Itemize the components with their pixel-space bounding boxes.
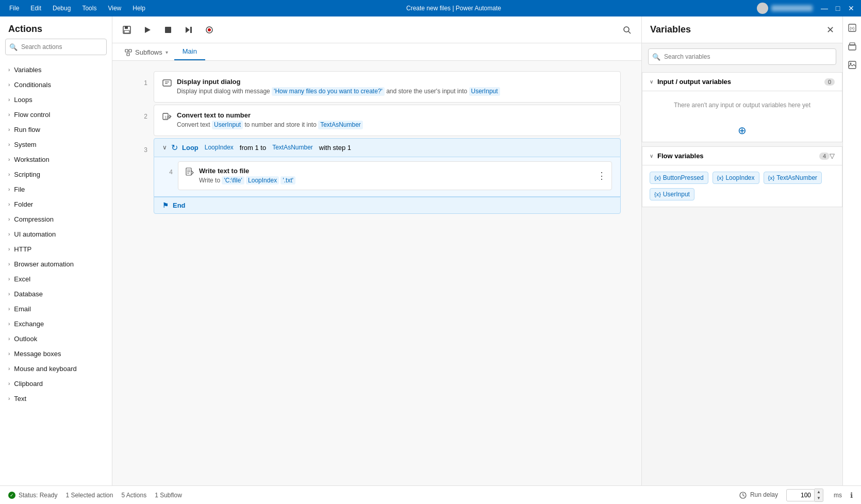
chevron-icon: › xyxy=(8,381,10,387)
filter-icon[interactable]: ▽ xyxy=(830,152,835,160)
variables-search-input[interactable] xyxy=(648,48,836,65)
subflows-label: Subflows xyxy=(135,48,162,56)
svg-point-8 xyxy=(208,28,211,31)
category-http[interactable]: › HTTP xyxy=(0,242,112,257)
variables-panel-icon[interactable]: {x} xyxy=(845,21,859,35)
ui-elements-icon[interactable] xyxy=(845,39,859,54)
category-system[interactable]: › System xyxy=(0,137,112,152)
chevron-icon: › xyxy=(8,127,10,132)
step-button[interactable] xyxy=(180,22,197,38)
run-button[interactable] xyxy=(139,22,156,38)
flow-canvas[interactable]: 1 Display input dialog Display input dia… xyxy=(112,61,641,485)
status-indicator: ✓ xyxy=(8,492,15,499)
category-flow-control[interactable]: › Flow control xyxy=(0,107,112,122)
save-button[interactable] xyxy=(119,22,135,38)
quoted-chip-1: 'How many files do you want to create?' xyxy=(272,87,385,96)
menu-help[interactable]: Help xyxy=(127,3,151,14)
loop-icon: ↻ xyxy=(171,143,178,153)
svg-text:{x}: {x} xyxy=(850,26,855,30)
spinner-down-button[interactable]: ▼ xyxy=(815,495,823,501)
category-file[interactable]: › File xyxy=(0,182,112,197)
end-flag-icon: ⚑ xyxy=(162,201,169,209)
category-conditionals[interactable]: › Conditionals xyxy=(0,77,112,92)
category-variables[interactable]: › Variables xyxy=(0,62,112,77)
add-io-variable-button[interactable]: ⊕ xyxy=(642,119,842,142)
category-mouse-keyboard[interactable]: › Mouse and keyboard xyxy=(0,361,112,376)
category-run-flow[interactable]: › Run flow xyxy=(0,122,112,137)
loop-collapse-button[interactable]: ∨ xyxy=(162,144,167,151)
var-chip-userinput2[interactable]: {x} UserInput xyxy=(650,188,694,200)
var-name: UserInput xyxy=(663,191,690,198)
svg-marker-3 xyxy=(145,27,151,33)
category-label: Excel xyxy=(14,275,30,283)
menu-debug[interactable]: Debug xyxy=(47,3,76,14)
variables-close-button[interactable]: ✕ xyxy=(826,24,834,36)
chevron-icon: › xyxy=(8,201,10,207)
user-name xyxy=(771,5,813,11)
chevron-icon: › xyxy=(8,157,10,162)
chevron-icon: › xyxy=(8,172,10,177)
minimize-button[interactable]: — xyxy=(819,3,830,14)
images-icon[interactable] xyxy=(845,58,859,72)
chevron-icon: › xyxy=(8,67,10,73)
tab-main[interactable]: Main xyxy=(174,43,205,60)
svg-rect-1 xyxy=(125,26,128,29)
category-scripting[interactable]: › Scripting xyxy=(0,167,112,182)
info-icon[interactable]: ℹ xyxy=(850,491,853,499)
category-loops[interactable]: › Loops xyxy=(0,92,112,107)
category-label: HTTP xyxy=(14,245,31,253)
run-delay-input[interactable] xyxy=(786,489,815,501)
svg-rect-2 xyxy=(124,30,129,33)
category-excel[interactable]: › Excel xyxy=(0,272,112,287)
io-count-badge: 0 xyxy=(824,78,835,86)
var-chip-loopindex[interactable]: {x} LoopIndex xyxy=(713,172,759,184)
clock-icon xyxy=(739,492,747,499)
run-delay-label: Run delay xyxy=(739,491,778,499)
maximize-button[interactable]: □ xyxy=(832,3,843,14)
step-card-1[interactable]: Display input dialog Display input dialo… xyxy=(154,71,621,103)
subflows-text: 1 Subflow xyxy=(155,492,182,499)
chevron-icon: › xyxy=(8,306,10,312)
variables-panel: Variables ✕ 🔍 ∨ Input / output variables… xyxy=(641,16,842,485)
flow-section-header[interactable]: ∨ Flow variables 4 ▽ xyxy=(642,147,842,165)
category-label: Workstation xyxy=(14,156,49,163)
menu-edit[interactable]: Edit xyxy=(25,3,46,14)
var-chip-userinput-2: UserInput xyxy=(212,121,243,129)
close-button[interactable]: ✕ xyxy=(846,3,857,14)
category-label: File xyxy=(14,186,25,193)
step-more-button[interactable]: ⋮ xyxy=(597,170,606,181)
category-browser-automation[interactable]: › Browser automation xyxy=(0,257,112,272)
category-text[interactable]: › Text xyxy=(0,391,112,406)
category-email[interactable]: › Email xyxy=(0,301,112,316)
menu-view[interactable]: View xyxy=(103,3,126,14)
flow-step-3: 3 ∨ ↻ Loop LoopIndex from 1 to TextAsNum… xyxy=(133,138,621,214)
category-exchange[interactable]: › Exchange xyxy=(0,316,112,331)
tab-subflows[interactable]: Subflows ▾ xyxy=(119,44,174,60)
actions-search-input[interactable] xyxy=(5,39,107,55)
chevron-icon: › xyxy=(8,187,10,192)
actions-search-icon: 🔍 xyxy=(9,43,18,51)
canvas-search-button[interactable] xyxy=(619,22,635,38)
var-chip-buttonpressed[interactable]: {x} ButtonPressed xyxy=(650,172,708,184)
svg-marker-5 xyxy=(186,27,190,33)
io-section-header[interactable]: ∨ Input / output variables 0 xyxy=(642,73,842,91)
loop-inner-card[interactable]: Write text to file Write to 'C:\file' Lo… xyxy=(178,161,612,191)
category-ui-automation[interactable]: › UI automation xyxy=(0,227,112,242)
record-button[interactable] xyxy=(201,22,218,38)
actions-header: Actions xyxy=(0,16,112,39)
category-database[interactable]: › Database xyxy=(0,287,112,301)
loop-title: Loop xyxy=(182,144,198,152)
menu-file[interactable]: File xyxy=(4,3,24,14)
stop-button[interactable] xyxy=(160,22,176,38)
var-chip-textasnumber2[interactable]: {x} TextAsNumber xyxy=(764,172,822,184)
category-clipboard[interactable]: › Clipboard xyxy=(0,376,112,391)
var-icon: {x} xyxy=(654,191,661,197)
category-workstation[interactable]: › Workstation xyxy=(0,152,112,167)
spinner-up-button[interactable]: ▲ xyxy=(815,489,823,495)
category-message-boxes[interactable]: › Message boxes xyxy=(0,346,112,361)
category-compression[interactable]: › Compression xyxy=(0,212,112,227)
step-card-2[interactable]: 123 Convert text to number Convert text … xyxy=(154,105,621,136)
menu-tools[interactable]: Tools xyxy=(77,3,102,14)
category-outlook[interactable]: › Outlook xyxy=(0,331,112,346)
category-folder[interactable]: › Folder xyxy=(0,197,112,212)
